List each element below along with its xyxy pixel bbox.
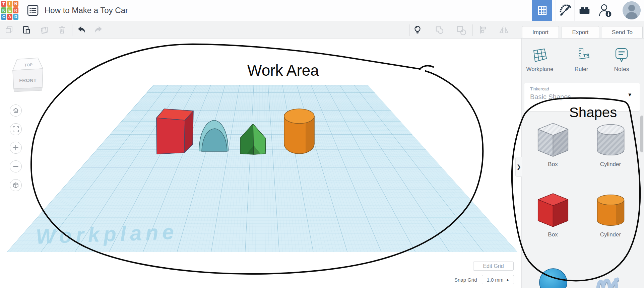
- scene-cylinder-orange[interactable]: [284, 109, 314, 154]
- chevron-right-icon: ❯: [517, 164, 521, 170]
- notes-tool-button[interactable]: Notes: [607, 47, 636, 73]
- tinkercad-window: T I N K E R C A D How to Make a Toy Car: [0, 0, 644, 288]
- view-cube-top-label: TOP: [24, 62, 33, 67]
- workplane-tool-label: Workplane: [525, 66, 555, 73]
- trash-icon: [57, 25, 67, 35]
- shape-item-hole-box[interactable]: Box: [528, 121, 578, 168]
- group-button[interactable]: [434, 25, 444, 35]
- perspective-toggle-button[interactable]: [10, 179, 22, 191]
- ruler-icon: [573, 47, 590, 64]
- ungroup-icon: [456, 25, 467, 36]
- fit-view-icon: [12, 126, 19, 133]
- workplane-icon: [531, 47, 549, 64]
- brick-icon: [577, 3, 591, 17]
- shape-item-scribble[interactable]: [596, 273, 622, 288]
- duplicate-button[interactable]: [40, 25, 50, 35]
- home-icon: [12, 107, 19, 114]
- mirror-icon: [499, 25, 509, 35]
- logo-tile: D: [13, 14, 18, 20]
- zoom-out-button[interactable]: [10, 160, 22, 172]
- logo-tile: N: [13, 1, 18, 7]
- undo-icon: [76, 25, 86, 35]
- align-button[interactable]: [478, 25, 488, 35]
- bricks-button[interactable]: [574, 0, 594, 21]
- view-cube-front-label: FRONT: [19, 77, 37, 83]
- caret-down-icon: ▼: [627, 92, 632, 97]
- fit-view-button[interactable]: [10, 123, 22, 135]
- notes-tool-label: Notes: [607, 66, 636, 73]
- design-title[interactable]: How to Make a Toy Car: [45, 0, 128, 21]
- solid-box-icon: [535, 191, 571, 229]
- hole-cylinder-icon: [593, 121, 628, 159]
- snap-grid-label: Snap Grid: [454, 277, 477, 283]
- copy-icon: [4, 25, 14, 35]
- view-cube[interactable]: TOP FRONT: [11, 55, 45, 94]
- shape-item-hole-cylinder[interactable]: Cylinder: [585, 121, 636, 168]
- ungroup-button[interactable]: [456, 25, 466, 35]
- tinkercad-logo[interactable]: T I N K E R C A D: [0, 0, 19, 21]
- edit-grid-button[interactable]: Edit Grid: [473, 262, 514, 271]
- modeling-canvas[interactable]: Workplane: [0, 39, 521, 288]
- category-owner-label: Tinkercad: [530, 86, 549, 91]
- scene-box-red[interactable]: [156, 109, 193, 154]
- delete-button[interactable]: [57, 25, 67, 35]
- import-button[interactable]: Import: [522, 26, 559, 39]
- shape-item-label: Box: [528, 231, 578, 238]
- add-person-icon: [598, 3, 613, 18]
- plus-icon: [12, 144, 19, 151]
- workplane-tool-button[interactable]: Workplane: [525, 47, 555, 73]
- top-bar: T I N K E R C A D How to Make a Toy Car: [0, 0, 644, 21]
- logo-tile: E: [7, 7, 12, 13]
- copy-button[interactable]: [4, 25, 14, 35]
- paste-icon: [21, 25, 31, 35]
- solid-cylinder-icon: [593, 191, 628, 229]
- notes-icon: [613, 47, 630, 64]
- snap-grid-select[interactable]: 1.0 mm ▲: [482, 275, 514, 284]
- ruler-tool-button[interactable]: Ruler: [567, 47, 596, 73]
- account-avatar[interactable]: [623, 1, 641, 19]
- duplicate-icon: [40, 25, 50, 35]
- tips-button[interactable]: [412, 25, 423, 35]
- toolbar-divider: [472, 24, 473, 36]
- ruler-tool-label: Ruler: [567, 66, 596, 73]
- shapes-panel: Workplane Ruler Notes: [521, 39, 644, 288]
- minus-icon: [12, 163, 19, 170]
- shape-item-solid-cylinder[interactable]: Cylinder: [585, 191, 636, 238]
- panel-scrollbar-thumb[interactable]: [640, 116, 643, 152]
- caret-up-icon: ▲: [506, 278, 509, 281]
- list-icon: [27, 4, 39, 16]
- send-to-button[interactable]: Send To: [602, 26, 643, 39]
- logo-tile: T: [1, 1, 6, 7]
- shape-item-solid-box[interactable]: Box: [528, 191, 578, 238]
- home-view-button[interactable]: [10, 104, 22, 117]
- dashboard-grid-icon: [538, 6, 547, 15]
- panel-collapse-tab[interactable]: ❯: [515, 157, 522, 177]
- redo-button[interactable]: [93, 25, 104, 35]
- logo-tile: I: [7, 1, 12, 7]
- workplane-watermark: Workplane: [36, 220, 178, 248]
- minecraft-button[interactable]: [556, 0, 574, 21]
- export-button[interactable]: Export: [562, 26, 599, 39]
- logo-tile: R: [13, 7, 18, 13]
- logo-tile: K: [1, 7, 6, 13]
- scene-svg: Workplane: [0, 39, 521, 288]
- undo-button[interactable]: [76, 25, 86, 35]
- dashboard-button[interactable]: [532, 0, 552, 21]
- avatar-silhouette-icon: [623, 1, 641, 19]
- snap-grid-value: 1.0 mm: [487, 277, 504, 283]
- invite-button[interactable]: [594, 0, 616, 21]
- shape-item-label: Box: [528, 161, 578, 168]
- shape-item-sphere[interactable]: [539, 268, 568, 288]
- design-menu-button[interactable]: [27, 4, 39, 16]
- zoom-in-button[interactable]: [10, 142, 22, 154]
- toolbar-divider: [409, 24, 410, 36]
- logo-tile: C: [1, 14, 6, 20]
- pickaxe-icon: [559, 4, 572, 17]
- toolbar-divider: [72, 24, 72, 36]
- shape-item-label: Cylinder: [585, 231, 636, 238]
- shape-category-dropdown[interactable]: Tinkercad Basic Shapes ▼: [524, 83, 640, 111]
- lightbulb-icon: [412, 25, 423, 35]
- mirror-button[interactable]: [499, 25, 509, 35]
- paste-button[interactable]: [21, 25, 31, 35]
- redo-icon: [93, 25, 104, 35]
